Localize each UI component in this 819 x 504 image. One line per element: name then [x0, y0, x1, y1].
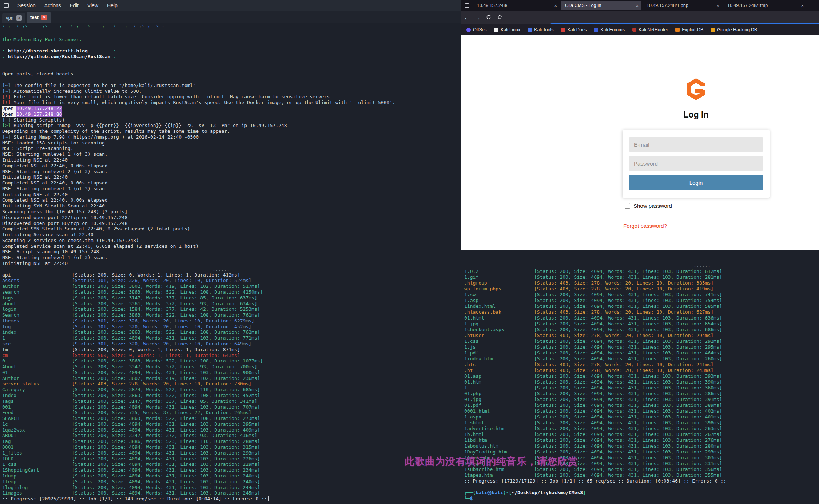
bookmark-kali-forums[interactable]: Kali Forums: [594, 27, 625, 32]
ffuf-result-row: 1_css[Status: 200, Size: 4094, Words: 43…: [2, 461, 461, 467]
browser-tab-title: 10.49.157.248/1tmp: [727, 3, 768, 8]
email-field[interactable]: [629, 137, 763, 152]
terminal-line: [2, 77, 461, 83]
ffuf-status: [Status: 200, Size: 4094, Words: 431, Li…: [534, 373, 722, 379]
bookmark-kali-docs[interactable]: Kali Docs: [561, 27, 587, 32]
ffuf-path: 01: [2, 370, 72, 376]
ffuf-path: 1DayTrading.htm: [464, 449, 534, 455]
terminal-line: Initiating Service scan at 22:40: [2, 232, 461, 238]
menu-item-session[interactable]: Session: [17, 3, 36, 8]
bookmark-kali-tools[interactable]: Kali Tools: [528, 27, 553, 32]
browser-tab[interactable]: Gila CMS - Log In×: [561, 1, 641, 10]
ffuf-result-row: About[Status: 200, Size: 3347, Words: 37…: [2, 364, 461, 370]
terminal-tab-test[interactable]: test×: [27, 12, 51, 23]
menu-item-help[interactable]: Help: [107, 3, 118, 8]
ffuf-result-row: 1b.html[Status: 200, Size: 4094, Words: …: [464, 432, 819, 437]
ffuf-status: [Status: 200, Size: 4094, Words: 431, Li…: [72, 450, 260, 456]
browser-tab[interactable]: 10.49.157.248/1tmp×: [723, 1, 807, 10]
browser-tab[interactable]: 10.49.157.248/1.php×: [642, 1, 722, 10]
terminal-line: ......: [2, 266, 461, 272]
terminal-line: └─$: [464, 496, 819, 501]
ffuf-result-row: server-status[Status: 403, Size: 278, Wo…: [2, 381, 461, 387]
ffuf-result-row: 1tapes.htm[Status: 200, Size: 4094, Word…: [464, 472, 819, 478]
menu-item-edit[interactable]: Edit: [70, 3, 79, 8]
ffuf-result-row: Author[Status: 200, Size: 3602, Words: 4…: [2, 376, 461, 381]
terminal-tab-label: test: [30, 15, 39, 20]
bookmark-kali-nethunter[interactable]: Kali NetHunter: [632, 27, 668, 32]
reload-button[interactable]: [483, 15, 494, 21]
browser-tab[interactable]: 10.49.157.248/×: [473, 1, 560, 10]
ffuf-status: [Status: 200, Size: 4094, Words: 431, Li…: [72, 421, 260, 427]
terminal-line: Scanning cmess.thm (10.49.157.248) [2 po…: [2, 209, 461, 215]
bookmark-label: OffSec: [473, 27, 487, 32]
tab-overview-icon[interactable]: [461, 0, 472, 11]
ffuf-result-row: 1index.htm[Status: 200, Size: 4094, Word…: [464, 356, 819, 362]
terminal-pane-right[interactable]: ......1.0.2[Status: 200, Size: 4094, Wor…: [464, 250, 819, 504]
tab-close-icon[interactable]: ×: [16, 15, 22, 21]
terminal-tab-vpn[interactable]: vpn×: [2, 13, 25, 23]
bookmark-label: Google Hacking DB: [717, 27, 757, 32]
ffuf-status: [Status: 200, Size: 4094, Words: 431, Li…: [534, 472, 722, 478]
ffuf-result-row: 1.0.2[Status: 200, Size: 4094, Words: 43…: [464, 269, 819, 274]
ffuf-path: 1ShoppingCart: [2, 467, 72, 473]
tab-close-icon[interactable]: ×: [801, 3, 804, 8]
ffuf-path: server-status: [2, 381, 72, 387]
home-button[interactable]: [494, 14, 505, 21]
ffuf-status: [Status: 200, Size: 4094, Words: 431, Li…: [534, 338, 722, 344]
back-button[interactable]: ←: [461, 15, 472, 21]
ffuf-path: search: [2, 289, 72, 295]
terminal-line: Discovered open port 22/tcp on 10.49.157…: [2, 215, 461, 221]
terminal-line: NSE: Starting runlevel 3 (of 3) scan.: [2, 186, 461, 192]
bookmark-kali-linux[interactable]: Kali Linux: [494, 27, 520, 32]
ffuf-result-row: login[Status: 200, Size: 1584, Words: 37…: [2, 306, 461, 312]
ffuf-status: [Status: 200, Size: 4094, Words: 431, Li…: [534, 437, 722, 443]
ffuf-result-row: 01.pdf[Status: 200, Size: 4094, Words: 4…: [464, 402, 819, 408]
ffuf-path: Author: [2, 376, 72, 381]
ffuf-result-row: log[Status: 301, Size: 320, Words: 20, L…: [2, 324, 461, 330]
bookmark-favicon: [632, 28, 636, 32]
show-password-checkbox[interactable]: [625, 203, 630, 209]
ffuf-result-row: 1loginlog[Status: 200, Size: 4094, Words…: [2, 485, 461, 491]
login-button[interactable]: Login: [629, 175, 763, 190]
ffuf-status: [Status: 403, Size: 278, Words: 20, Line…: [534, 368, 713, 373]
terminal-line: [!] File limit is lower than default bat…: [2, 94, 461, 100]
ffuf-path: fm: [2, 347, 72, 353]
bookmark-google-hacking-db[interactable]: Google Hacking DB: [711, 27, 757, 32]
ffuf-status: [Status: 200, Size: 3602, Words: 419, Li…: [72, 283, 260, 289]
ffuf-path: ABOUT: [2, 433, 72, 438]
bookmark-favicon: [675, 28, 680, 32]
terminal-line: NSE: Script scanning 10.49.157.248.: [2, 249, 461, 255]
ffuf-status: [Status: 200, Size: 3361, Words: 372, Li…: [72, 301, 257, 307]
home-icon: [497, 14, 502, 20]
tab-close-icon[interactable]: ×: [716, 3, 719, 8]
ffuf-result-row: 1DayTrading.htm[Status: 200, Size: 4094,…: [464, 449, 819, 455]
tab-close-icon[interactable]: ×: [554, 3, 557, 8]
tab-close-icon[interactable]: ×: [636, 3, 639, 8]
ffuf-result-row: 1.css[Status: 200, Size: 4094, Words: 43…: [464, 338, 819, 344]
terminal-line: [~] The config file is expected to be at…: [2, 83, 461, 88]
terminal-line: Completed SYN Stealth Scan at 22:40, 0.2…: [2, 226, 461, 232]
ffuf-status: [Status: 200, Size: 4094, Words: 431, Li…: [534, 432, 722, 437]
forward-button[interactable]: →: [472, 15, 483, 21]
browser-tab-title: Gila CMS - Log In: [565, 3, 601, 8]
bookmark-exploit-db[interactable]: Exploit-DB: [675, 27, 703, 32]
ffuf-path: 1.asp: [464, 298, 534, 303]
menu-item-view[interactable]: View: [87, 3, 98, 8]
ffuf-result-row: 0001.html[Status: 200, Size: 4094, Words…: [464, 408, 819, 414]
bookmark-offsec[interactable]: OffSec: [466, 27, 487, 32]
terminal-line: Completed NSE at 22:40, 0.00s elapsed: [2, 163, 461, 169]
ffuf-result-row: Index[Status: 200, Size: 3863, Words: 52…: [2, 393, 461, 398]
ffuf-path: 1b.html: [464, 432, 534, 437]
ffuf-result-row: 1aboutus.htm[Status: 200, Size: 4094, Wo…: [464, 443, 819, 449]
menu-item-actions[interactable]: Actions: [44, 3, 61, 8]
ffuf-path: 1c: [2, 421, 72, 427]
ffuf-result-row: search[Status: 200, Size: 3863, Words: 5…: [2, 289, 461, 295]
ffuf-result-row: 01[Status: 200, Size: 4094, Words: 431, …: [2, 370, 461, 376]
terminal-pane-left[interactable]: `-' `-'`-----'`----' `-' `----' `---' `-…: [0, 23, 461, 504]
bookmarks-bar: OffSecKali LinuxKali ToolsKali DocsKali …: [461, 24, 819, 35]
tab-close-icon[interactable]: ×: [41, 15, 47, 20]
forgot-password-link[interactable]: Forgot password?: [623, 223, 667, 229]
ffuf-result-row: 1.gif[Status: 200, Size: 4094, Words: 43…: [464, 274, 819, 280]
ffuf-status: [Status: 200, Size: 4094, Words: 431, Li…: [72, 427, 260, 433]
password-field[interactable]: [629, 156, 763, 171]
